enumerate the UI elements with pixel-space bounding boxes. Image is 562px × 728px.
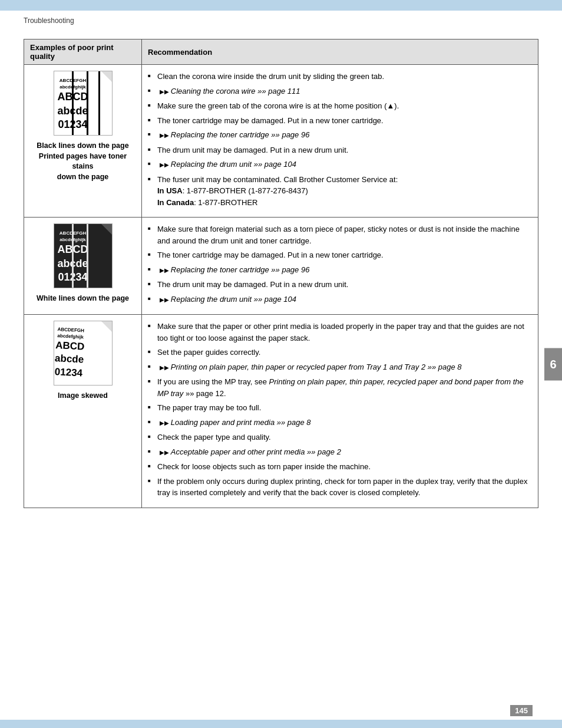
rec-link: Printing on plain paper, thin paper or r… (160, 361, 532, 373)
example-cell-row2: ABCDEFGHabcdefghijk ABCDabcde01234 White… (24, 218, 142, 315)
rec-item: If the problem only occurs during duplex… (148, 476, 532, 499)
table-row: ABCDEFGHabcdefghijk ABCDabcde01234 Image… (24, 315, 538, 508)
print-sample-row3: ABCDEFGHabcdefghijk ABCDabcde01234 (54, 321, 113, 386)
corner-fold-dark (101, 224, 112, 235)
rec-item: Make sure that the paper or other print … (148, 321, 532, 344)
example-cell-row1: ABCDEFGHabcdefghijk ABCDabcde01234 Black… (24, 65, 142, 218)
page-number-area: 145 (510, 705, 533, 716)
table-row: ABCDEFGHabcdefghijk ABCDabcde01234 Black… (24, 65, 538, 218)
page-number: 145 (510, 705, 533, 716)
rec-list-row3: Make sure that the paper or other print … (148, 321, 532, 499)
content-area: Examples of poor print quality Recommend… (0, 28, 562, 532)
rec-item: The toner cartridge may be damaged. Put … (148, 115, 532, 127)
quality-table: Examples of poor print quality Recommend… (24, 39, 538, 508)
rec-item: Set the paper guides correctly. (148, 347, 532, 358)
rec-item: Clean the corona wire inside the drum un… (148, 71, 532, 83)
white-line-2 (87, 224, 88, 288)
skewed-content: ABCDEFGHabcdefghijk ABCDabcde01234 (54, 326, 85, 380)
top-bar (0, 0, 562, 11)
corner-fold-skewed (101, 321, 112, 332)
rec-link-item: Printing on plain paper, thin paper or r… (148, 361, 532, 373)
rec-link: Replacing the toner cartridge »» page 96 (160, 129, 532, 141)
rec-link: Acceptable paper and other print media »… (160, 446, 532, 458)
rec-link-item: Replacing the toner cartridge »» page 96 (148, 264, 532, 276)
rec-link-item: Acceptable paper and other print media »… (148, 446, 532, 458)
rec-item: Check the paper type and quality. (148, 431, 532, 443)
print-sample-row1: ABCDEFGHabcdefghijk ABCDabcde01234 (54, 71, 113, 136)
rec-cell-row1: Clean the corona wire inside the drum un… (142, 65, 538, 218)
white-line-1 (72, 224, 74, 288)
rec-list-row1: Clean the corona wire inside the drum un… (148, 71, 532, 208)
contact-usa-value: : 1-877-BROTHER (1-877-276-8437) (183, 186, 308, 195)
rec-link-item: Replacing the drum unit »» page 104 (148, 294, 532, 305)
col2-header: Recommendation (142, 39, 538, 65)
rec-list-row2: Make sure that foreign material such as … (148, 223, 532, 305)
row3-caption: Image skewed (30, 391, 135, 401)
rec-link: Replacing the drum unit »» page 104 (160, 159, 532, 170)
black-line-1 (72, 71, 74, 135)
rec-item: The toner cartridge may be damaged. Put … (148, 249, 532, 261)
rec-link-item: Cleaning the corona wire »» page 111 (148, 85, 532, 97)
contact-canada-value: : 1-877-BROTHER (194, 198, 257, 207)
rec-cell-row3: Make sure that the paper or other print … (142, 315, 538, 508)
example-cell-row3: ABCDEFGHabcdefghijk ABCDabcde01234 Image… (24, 315, 142, 508)
corner-fold (101, 71, 112, 82)
black-line-3 (98, 71, 100, 135)
rec-link: Replacing the toner cartridge »» page 96 (160, 264, 532, 276)
rec-item: Check for loose objects such as torn pap… (148, 461, 532, 473)
rec-item: The drum unit may be damaged. Put in a n… (148, 279, 532, 291)
rec-cell-row2: Make sure that foreign material such as … (142, 218, 538, 315)
black-line-2 (87, 71, 88, 135)
rec-item: The drum unit may be damaged. Put in a n… (148, 144, 532, 156)
bottom-bar (0, 720, 562, 728)
chapter-tab: 6 (544, 348, 562, 380)
rec-link-item: Replacing the drum unit »» page 104 (148, 159, 532, 170)
page-header: Troubleshooting (0, 11, 562, 28)
table-row: ABCDEFGHabcdefghijk ABCDabcde01234 White… (24, 218, 538, 315)
print-sample-row2: ABCDEFGHabcdefghijk ABCDabcde01234 (54, 223, 113, 288)
rec-link: Replacing the drum unit »» page 104 (160, 294, 532, 305)
rec-item: Make sure that foreign material such as … (148, 223, 532, 246)
rec-link-item: Replacing the toner cartridge »» page 96 (148, 129, 532, 141)
col1-header: Examples of poor print quality (24, 39, 142, 65)
contact-usa-label: In USA (157, 186, 183, 195)
row1-caption: Black lines down the page Printed pages … (30, 141, 135, 182)
rec-item: If you are using the MP tray, see Printi… (148, 376, 532, 399)
row2-caption: White lines down the page (30, 294, 135, 304)
section-label: Troubleshooting (24, 17, 74, 25)
contact-canada-label: In Canada (157, 198, 194, 207)
rec-item: Make sure the green tab of the corona wi… (148, 100, 532, 112)
rec-link: Cleaning the corona wire »» page 111 (160, 85, 532, 97)
rec-link: Loading paper and print media »» page 8 (160, 417, 532, 429)
rec-item: The paper tray may be too full. (148, 402, 532, 414)
rec-link-item: Loading paper and print media »» page 8 (148, 417, 532, 429)
rec-item: The fuser unit may be contaminated. Call… (148, 174, 532, 209)
